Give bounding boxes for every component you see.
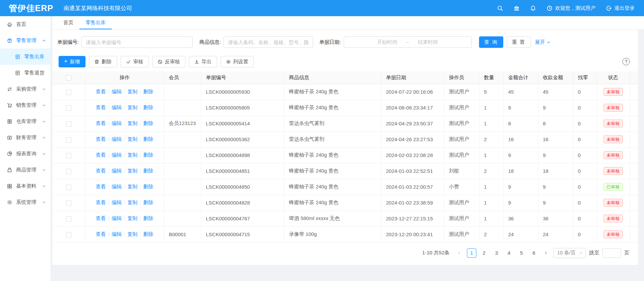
sidebar-item-basic-data[interactable]: 基本资料: [0, 178, 50, 194]
page-number-3[interactable]: 3: [492, 248, 501, 258]
page-number-5[interactable]: 5: [517, 248, 526, 258]
sidebar-item-warehouse-mgmt[interactable]: 仓库管理: [0, 113, 50, 129]
view-link[interactable]: 查看: [96, 168, 106, 174]
view-link[interactable]: 查看: [96, 231, 106, 237]
sidebar-item-goods-mgmt[interactable]: 商品管理: [0, 162, 50, 178]
search-button[interactable]: 查 询: [479, 36, 503, 48]
sidebar-item-retail-mgmt[interactable]: 零售管理: [0, 32, 50, 49]
view-link[interactable]: 查看: [96, 199, 106, 205]
edit-link[interactable]: 编辑: [112, 120, 122, 126]
export-button[interactable]: 导出: [189, 56, 217, 67]
prev-page-icon[interactable]: [455, 248, 464, 258]
unaudit-button[interactable]: 反审核: [152, 56, 185, 67]
add-button[interactable]: + 新增: [59, 56, 86, 67]
view-link[interactable]: 查看: [96, 120, 106, 126]
copy-link[interactable]: 复制: [128, 184, 138, 189]
edit-link[interactable]: 编辑: [112, 104, 122, 110]
view-link[interactable]: 查看: [96, 184, 106, 189]
edit-link[interactable]: 编辑: [112, 152, 122, 158]
bell-icon[interactable]: [530, 5, 536, 11]
delete-link[interactable]: 删除: [143, 152, 154, 158]
copy-link[interactable]: 复制: [128, 231, 138, 237]
warehouse-icon: [7, 119, 12, 124]
edit-link[interactable]: 编辑: [112, 199, 122, 205]
next-page-icon[interactable]: [542, 248, 550, 258]
sidebar-item-purchase-mgmt[interactable]: 采购管理: [0, 81, 50, 97]
audit-button[interactable]: 审核: [121, 56, 149, 67]
delete-link[interactable]: 删除: [143, 168, 154, 174]
date-end-placeholder[interactable]: 结束时间: [418, 39, 438, 45]
copy-link[interactable]: 复制: [128, 215, 138, 221]
delete-link[interactable]: 删除: [143, 104, 154, 110]
delete-link[interactable]: 删除: [143, 136, 154, 142]
edit-link[interactable]: 编辑: [112, 136, 122, 142]
sidebar-item-retail-return[interactable]: 零售退货: [0, 65, 50, 81]
row-checkbox[interactable]: [66, 121, 71, 127]
column-settings-button[interactable]: 列设置: [221, 56, 254, 67]
delete-link[interactable]: 删除: [143, 120, 154, 126]
basic-icon: [7, 183, 12, 189]
copy-link[interactable]: 复制: [128, 136, 138, 142]
product-cell: 蜂蜜柚子茶 240g 黄色: [284, 84, 381, 100]
edit-link[interactable]: 编辑: [112, 89, 122, 94]
delete-link[interactable]: 删除: [143, 89, 154, 94]
page-number-2[interactable]: 2: [479, 248, 489, 258]
search-icon[interactable]: [497, 5, 503, 11]
view-link[interactable]: 查看: [96, 215, 106, 221]
sidebar-item-system-mgmt[interactable]: 系统管理: [0, 194, 50, 210]
bank-icon[interactable]: [513, 5, 520, 11]
view-link[interactable]: 查看: [96, 89, 106, 94]
select-all-checkbox[interactable]: [66, 75, 71, 81]
row-checkbox[interactable]: [66, 200, 71, 206]
bill-no-input[interactable]: [81, 36, 193, 48]
page-number-6[interactable]: 6: [529, 248, 539, 258]
table-header-row: 操作 会员 单据编号 商品信息 单据日期 操作员 数量 金额合计 收款金额 找零…: [53, 71, 638, 84]
row-checkbox[interactable]: [66, 153, 71, 158]
edit-link[interactable]: 编辑: [112, 215, 122, 221]
copy-link[interactable]: 复制: [128, 199, 138, 205]
date-range-picker[interactable]: 开始时间 ~ 结束时间: [344, 36, 472, 48]
page-number-4[interactable]: 4: [504, 248, 514, 258]
copy-link[interactable]: 复制: [128, 89, 138, 94]
row-checkbox[interactable]: [66, 216, 71, 222]
sidebar-item-report-query[interactable]: 报表查询: [0, 146, 50, 162]
row-checkbox[interactable]: [66, 90, 71, 95]
view-link[interactable]: 查看: [96, 152, 106, 158]
view-link[interactable]: 查看: [96, 136, 106, 142]
sidebar-item-home[interactable]: 首页: [0, 16, 50, 32]
edit-link[interactable]: 编辑: [112, 168, 122, 174]
tab-home[interactable]: 首页: [57, 16, 79, 29]
page-size-select[interactable]: 10 条/页: [553, 248, 586, 258]
product-info-input[interactable]: [224, 36, 313, 48]
row-checkbox[interactable]: [66, 169, 71, 174]
edit-link[interactable]: 编辑: [112, 184, 122, 189]
copy-link[interactable]: 复制: [128, 152, 138, 158]
date-start-placeholder[interactable]: 开始时间: [377, 39, 397, 45]
delete-link[interactable]: 删除: [143, 231, 154, 237]
sidebar-item-sales-mgmt[interactable]: 销售管理: [0, 97, 50, 113]
edit-link[interactable]: 编辑: [112, 231, 122, 237]
delete-link[interactable]: 删除: [143, 199, 154, 205]
help-icon[interactable]: ?: [622, 58, 630, 65]
delete-link[interactable]: 删除: [143, 215, 154, 221]
copy-link[interactable]: 复制: [128, 104, 138, 110]
delete-link[interactable]: 删除: [143, 184, 154, 189]
jump-page-input[interactable]: [602, 248, 621, 258]
user-greeting[interactable]: 欢迎您，测试用户: [546, 5, 596, 11]
total-cell: 45: [503, 84, 538, 100]
expand-link[interactable]: 展开: [535, 39, 550, 45]
row-checkbox[interactable]: [66, 185, 71, 190]
row-checkbox[interactable]: [66, 137, 71, 143]
tab-retail-outbound[interactable]: 零售出库: [79, 16, 112, 29]
copy-link[interactable]: 复制: [128, 168, 138, 174]
reset-button[interactable]: 重 置: [507, 36, 531, 48]
sidebar-item-finance-mgmt[interactable]: 财务管理: [0, 129, 50, 146]
copy-link[interactable]: 复制: [128, 120, 138, 126]
logout-button[interactable]: 退出登录: [606, 5, 635, 11]
view-link[interactable]: 查看: [96, 104, 106, 110]
row-checkbox[interactable]: [66, 105, 71, 111]
page-number-1[interactable]: 1: [467, 248, 476, 258]
row-checkbox[interactable]: [66, 232, 71, 238]
sidebar-item-retail-outbound[interactable]: 零售出库: [0, 49, 50, 65]
delete-button[interactable]: 删除: [89, 56, 117, 67]
